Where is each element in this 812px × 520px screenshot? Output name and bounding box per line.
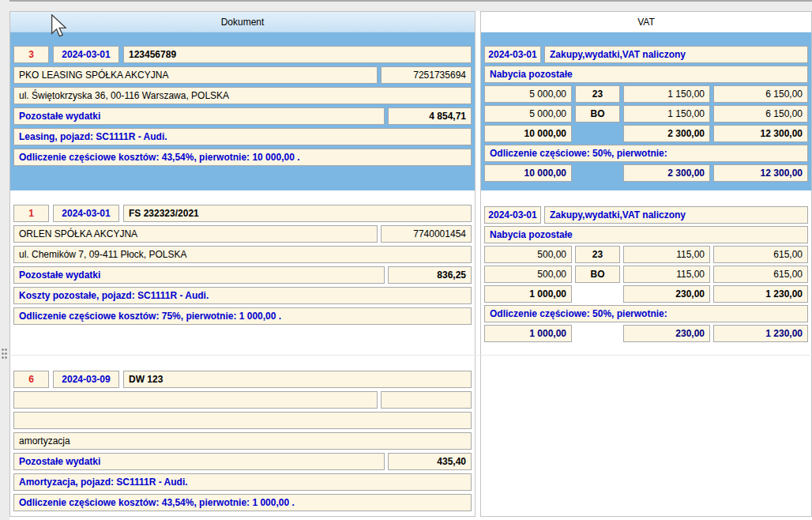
expense-amount-field[interactable]: 836,25 bbox=[388, 266, 472, 284]
vat-section-field[interactable]: Nabycia pozostałe bbox=[484, 226, 808, 243]
vat-rate-cell[interactable]: 23 bbox=[575, 85, 620, 103]
deduction-row: Odliczenie częściowe kosztów: 43,54%, pi… bbox=[13, 149, 472, 166]
vat-amount-cell[interactable]: 1 150,00 bbox=[623, 85, 710, 103]
vat-rate-cell[interactable]: BO bbox=[575, 266, 620, 283]
vat-date-field[interactable]: 2024-03-01 bbox=[484, 46, 541, 63]
contractor-nip-field[interactable]: 7740001454 bbox=[381, 225, 472, 243]
vat-net-cell[interactable]: 500,00 bbox=[484, 246, 572, 263]
record-date-field[interactable]: 2024-03-01 bbox=[53, 46, 119, 63]
vat-net-cell[interactable]: 500,00 bbox=[484, 266, 572, 283]
contractor-name-field[interactable]: ORLEN SPÓŁKA AKCYJNA bbox=[13, 225, 378, 243]
vat-rate-cell[interactable]: BO bbox=[575, 105, 620, 122]
vat-rate-cell[interactable]: 23 bbox=[575, 246, 620, 263]
vat-total-amount-cell[interactable]: 2 300,00 bbox=[623, 125, 710, 142]
record-date-field[interactable]: 2024-03-09 bbox=[53, 371, 119, 388]
expense-row: Pozostałe wydatki 836,25 bbox=[13, 266, 472, 284]
vat-original-net-cell[interactable]: 1 000,00 bbox=[484, 325, 572, 342]
record-header-row: 6 2024-03-09 DW 123 bbox=[13, 371, 472, 388]
record-date-field[interactable]: 2024-03-01 bbox=[53, 205, 119, 222]
vat-original-amount-cell[interactable]: 230,00 bbox=[623, 325, 710, 342]
note-row: amortyzacja bbox=[13, 432, 472, 450]
contractor-nip-field[interactable] bbox=[381, 391, 472, 409]
document-column: Dokument 3 2024-03-01 123456789 PKO LEAS… bbox=[9, 11, 476, 517]
deduction-note-field[interactable]: Odliczenie częściowe kosztów: 43,54%, pi… bbox=[13, 494, 472, 511]
vat-value-row: 500,00 BO 115,00 615,00 bbox=[484, 266, 808, 283]
vat-section-field[interactable]: Nabycia pozostałe bbox=[484, 66, 808, 83]
vat-value-row: 5 000,00 23 1 150,00 6 150,00 bbox=[484, 85, 808, 103]
vat-register-field[interactable]: Zakupy,wydatki,VAT naliczony bbox=[544, 46, 808, 63]
vat-original-gross-cell[interactable]: 1 230,00 bbox=[713, 325, 808, 342]
record-seq-field[interactable]: 6 bbox=[13, 371, 49, 388]
vat-value-row: 5 000,00 BO 1 150,00 6 150,00 bbox=[484, 105, 808, 122]
document-number-field[interactable]: DW 123 bbox=[123, 371, 472, 388]
vat-original-gross-cell[interactable]: 12 300,00 bbox=[713, 164, 808, 182]
expense-category-field[interactable]: Pozostałe wydatki bbox=[13, 453, 385, 470]
vat-net-cell[interactable]: 5 000,00 bbox=[484, 105, 572, 122]
record-description-field[interactable]: Leasing, pojazd: SC1111R - Audi. bbox=[13, 128, 472, 145]
document-record-3[interactable]: 6 2024-03-09 DW 123 amortyzacja Pozostał… bbox=[10, 371, 475, 511]
vat-section-row: Nabycia pozostałe bbox=[484, 226, 808, 243]
record-seq-field[interactable]: 1 bbox=[13, 205, 49, 222]
document-column-header: Dokument bbox=[10, 12, 475, 32]
vat-date-field[interactable]: 2024-03-01 bbox=[484, 206, 541, 224]
contractor-address-field[interactable]: ul. Świętokrzyska 36, 00-116 Warszawa, P… bbox=[13, 87, 472, 104]
vat-header-row: 2024-03-01 Zakupy,wydatki,VAT naliczony bbox=[484, 206, 808, 224]
document-number-field[interactable]: FS 232323/2021 bbox=[123, 205, 472, 222]
vat-total-gross-cell[interactable]: 12 300,00 bbox=[713, 125, 808, 142]
vat-gross-cell[interactable]: 615,00 bbox=[713, 266, 808, 283]
record-description-field[interactable]: Koszty pozostałe, pojazd: SC1111R - Audi… bbox=[13, 287, 472, 304]
deduction-note-field[interactable]: Odliczenie częściowe kosztów: 75%, pierw… bbox=[13, 307, 472, 325]
deduction-note-field[interactable]: Odliczenie częściowe kosztów: 43,54%, pi… bbox=[13, 149, 472, 166]
vat-deduction-note-field[interactable]: Odliczenie częściowe: 50%, pierwotnie: bbox=[484, 145, 808, 162]
vat-value-row: 500,00 23 115,00 615,00 bbox=[484, 246, 808, 263]
expense-category-field[interactable]: Pozostałe wydatki bbox=[13, 107, 385, 125]
expense-category-field[interactable]: Pozostałe wydatki bbox=[13, 266, 385, 284]
description-row: Koszty pozostałe, pojazd: SC1111R - Audi… bbox=[13, 287, 472, 304]
vat-gross-cell[interactable]: 6 150,00 bbox=[713, 85, 808, 103]
vat-gross-cell[interactable]: 615,00 bbox=[713, 246, 808, 263]
contractor-row: ORLEN SPÓŁKA AKCYJNA 7740001454 bbox=[13, 225, 472, 243]
vat-total-net-cell[interactable]: 1 000,00 bbox=[484, 285, 572, 303]
description-row: Leasing, pojazd: SC1111R - Audi. bbox=[13, 128, 472, 145]
vat-totals-row: 1 000,00 230,00 1 230,00 bbox=[484, 285, 808, 303]
vat-total-amount-cell[interactable]: 230,00 bbox=[623, 285, 710, 303]
record-header-row: 1 2024-03-01 FS 232323/2021 bbox=[13, 205, 472, 222]
vat-section-row: Nabycia pozostałe bbox=[484, 66, 808, 83]
top-margin bbox=[0, 0, 812, 11]
splitter-grip-icon[interactable] bbox=[2, 349, 8, 360]
vat-original-net-cell[interactable]: 10 000,00 bbox=[484, 164, 572, 182]
document-column-title: Dokument bbox=[221, 17, 265, 28]
vat-gross-cell[interactable]: 6 150,00 bbox=[713, 105, 808, 122]
expense-amount-field[interactable]: 4 854,71 bbox=[388, 107, 472, 125]
vat-total-net-cell[interactable]: 10 000,00 bbox=[484, 125, 572, 142]
vat-original-row: 1 000,00 230,00 1 230,00 bbox=[484, 325, 808, 342]
contractor-name-field[interactable] bbox=[13, 391, 378, 409]
contractor-nip-field[interactable]: 7251735694 bbox=[381, 66, 472, 84]
vat-net-cell[interactable]: 5 000,00 bbox=[484, 85, 572, 103]
vat-entry-1[interactable]: 2024-03-01 Zakupy,wydatki,VAT naliczony … bbox=[481, 32, 811, 190]
record-seq-field[interactable]: 3 bbox=[13, 46, 49, 63]
document-number-field[interactable]: 123456789 bbox=[123, 46, 472, 63]
contractor-address-field[interactable] bbox=[13, 412, 472, 429]
contractor-row: PKO LEASING SPÓŁKA AKCYJNA 7251735694 bbox=[13, 66, 472, 84]
vat-original-row: 10 000,00 2 300,00 12 300,00 bbox=[484, 164, 808, 182]
contractor-name-field[interactable]: PKO LEASING SPÓŁKA AKCYJNA bbox=[13, 66, 378, 84]
document-record-2[interactable]: 1 2024-03-01 FS 232323/2021 ORLEN SPÓŁKA… bbox=[10, 205, 475, 325]
vat-entry-2[interactable]: 2024-03-01 Zakupy,wydatki,VAT naliczony … bbox=[481, 206, 811, 342]
vat-original-amount-cell[interactable]: 2 300,00 bbox=[623, 164, 710, 182]
vat-deduction-note-field[interactable]: Odliczenie częściowe: 50%, pierwotnie: bbox=[484, 305, 808, 322]
vat-amount-cell[interactable]: 115,00 bbox=[623, 266, 710, 283]
vat-register-field[interactable]: Zakupy,wydatki,VAT naliczony bbox=[544, 206, 808, 224]
contractor-address-field[interactable]: ul. Chemików 7, 09-411 Płock, POLSKA bbox=[13, 246, 472, 263]
expense-amount-field[interactable]: 435,40 bbox=[388, 453, 472, 470]
vat-amount-cell[interactable]: 115,00 bbox=[623, 246, 710, 263]
document-record-1[interactable]: 3 2024-03-01 123456789 PKO LEASING SPÓŁK… bbox=[10, 32, 475, 190]
accounting-ledger-view: Dokument 3 2024-03-01 123456789 PKO LEAS… bbox=[0, 0, 812, 520]
vat-amount-cell[interactable]: 1 150,00 bbox=[623, 105, 710, 122]
note-field[interactable]: amortyzacja bbox=[13, 432, 472, 450]
contractor-row bbox=[13, 391, 472, 409]
vat-column: VAT 2024-03-01 Zakupy,wydatki,VAT nalicz… bbox=[480, 11, 812, 517]
left-margin bbox=[0, 0, 9, 520]
vat-total-gross-cell[interactable]: 1 230,00 bbox=[713, 285, 808, 303]
record-description-field[interactable]: Amortyzacja, pojazd: SC1111R - Audi. bbox=[13, 473, 472, 491]
